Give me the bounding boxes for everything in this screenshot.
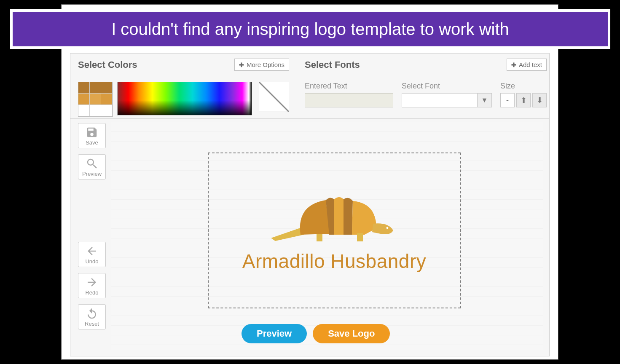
select-font-label: Select Font [402, 82, 492, 91]
more-options-label: More Options [247, 61, 285, 68]
arrow-left-icon [86, 245, 98, 257]
logo-bounding-box[interactable]: Armadillo Husbandry [208, 153, 461, 308]
reset-icon [86, 307, 98, 320]
save-icon [86, 126, 98, 139]
redo-label: Redo [85, 289, 98, 296]
select-colors-panel: Select Colors ✚ More Options [70, 54, 297, 118]
select-fonts-panel: Select Fonts ✚ Add text Entered Text Sel… [297, 54, 554, 118]
preview-label: Preview [82, 171, 102, 177]
color-spectrum-picker[interactable] [117, 82, 252, 115]
select-colors-title: Select Colors [78, 59, 137, 70]
armadillo-logo-icon[interactable] [267, 188, 402, 247]
logo-editor-app: Select Colors ✚ More Options [70, 53, 550, 356]
undo-button[interactable]: Undo [78, 242, 106, 267]
undo-label: Undo [85, 258, 98, 265]
save-button[interactable]: Save [78, 123, 106, 148]
save-logo-button[interactable]: Save Logo [313, 324, 390, 343]
preview-button[interactable]: Preview [78, 154, 106, 179]
arrow-down-icon: ⬇ [537, 96, 543, 105]
color-swatch[interactable] [78, 105, 90, 116]
select-fonts-title: Select Fonts [305, 59, 360, 70]
size-decrease-button[interactable]: ⬇ [532, 93, 547, 107]
color-swatch[interactable] [90, 94, 101, 105]
more-options-button[interactable]: ✚ More Options [234, 59, 289, 71]
workspace: Save Preview Undo Redo Reset [70, 119, 549, 356]
tool-sidebar: Save Preview Undo Redo Reset [70, 119, 108, 356]
select-font-dropdown[interactable]: ▼ [402, 93, 492, 107]
no-color-swatch[interactable] [259, 82, 289, 112]
size-label: Size [500, 82, 547, 91]
color-swatch[interactable] [90, 82, 101, 94]
plus-icon: ✚ [511, 62, 516, 68]
add-text-button[interactable]: ✚ Add text [507, 59, 547, 71]
color-swatch[interactable] [101, 82, 113, 94]
select-font-value [402, 93, 478, 107]
preview-logo-button[interactable]: Preview [242, 324, 307, 343]
annotation-text: I couldn't find any inspiring logo templ… [111, 20, 509, 39]
entered-text-input[interactable] [305, 93, 393, 107]
top-toolbar: Select Colors ✚ More Options [70, 54, 549, 119]
svg-rect-2 [357, 233, 363, 241]
color-swatch[interactable] [78, 94, 90, 105]
entered-text-label: Entered Text [305, 82, 393, 91]
logo-text[interactable]: Armadillo Husbandry [242, 250, 426, 273]
design-canvas[interactable]: Armadillo Husbandry Preview Save Logo [111, 122, 543, 350]
svg-rect-1 [317, 234, 322, 241]
size-value: - [500, 93, 515, 107]
annotation-banner: I couldn't find any inspiring logo templ… [10, 9, 610, 49]
plus-icon: ✚ [239, 62, 244, 68]
chevron-down-icon: ▼ [478, 93, 492, 107]
arrow-up-icon: ⬆ [521, 96, 527, 105]
svg-point-0 [386, 227, 389, 229]
size-increase-button[interactable]: ⬆ [516, 93, 531, 107]
arrow-right-icon [86, 276, 98, 289]
color-swatch[interactable] [101, 105, 113, 116]
add-text-label: Add text [519, 61, 542, 68]
reset-button[interactable]: Reset [78, 304, 106, 329]
search-icon [86, 157, 98, 170]
save-label: Save [86, 139, 98, 146]
color-swatch-grid[interactable] [78, 82, 113, 117]
color-swatch[interactable] [101, 94, 113, 105]
color-swatch[interactable] [90, 105, 101, 116]
redo-button[interactable]: Redo [78, 273, 106, 298]
color-swatch[interactable] [78, 82, 90, 94]
reset-label: Reset [85, 321, 99, 327]
